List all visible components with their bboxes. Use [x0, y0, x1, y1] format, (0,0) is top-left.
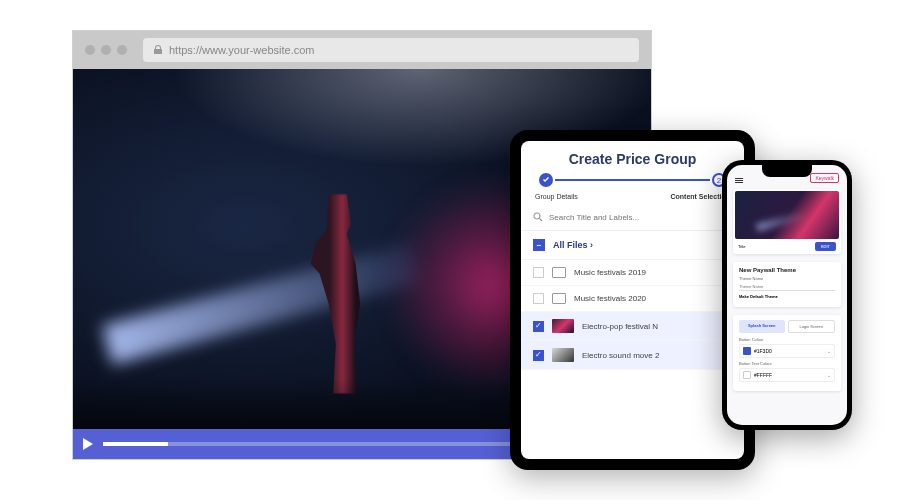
search-row [521, 208, 744, 231]
colour-swatch [743, 371, 751, 379]
lock-icon [153, 45, 163, 55]
collapse-icon[interactable]: − [533, 239, 545, 251]
preview-title: Title [738, 244, 745, 249]
colour-value: #FFFFF [754, 372, 772, 378]
address-bar[interactable]: https://www.your-website.com [143, 38, 639, 62]
edit-button[interactable]: EDIT [815, 242, 836, 251]
all-files-label: All Files › [553, 240, 593, 250]
checkbox[interactable] [533, 350, 544, 361]
tab-login[interactable]: Login Screen [788, 320, 836, 333]
preview-thumbnail[interactable] [735, 191, 839, 239]
play-icon[interactable] [83, 438, 93, 450]
preview-footer: Title EDIT [735, 239, 839, 252]
window-dot[interactable] [101, 45, 111, 55]
chevron-down-icon: ⌄ [827, 372, 831, 378]
list-item[interactable]: Electro sound move 2 [521, 341, 744, 370]
tab-splash[interactable]: Splash Screen [739, 320, 785, 333]
tablet-device: Create Price Group 2 Group Details Conte… [510, 130, 755, 470]
phone-device: Keywalk Title EDIT New Paywall Theme The… [722, 160, 852, 430]
colour-swatch [743, 347, 751, 355]
step-connector [555, 179, 710, 181]
file-label: Electro-pop festival N [582, 322, 658, 331]
theme-name-input[interactable] [739, 283, 835, 291]
checkbox[interactable] [533, 267, 544, 278]
step-1-label: Group Details [535, 193, 578, 200]
file-label: Electro sound move 2 [582, 351, 659, 360]
phone-notch [762, 165, 812, 177]
all-files-row[interactable]: − All Files › [521, 231, 744, 260]
step-1-circle[interactable] [539, 173, 553, 187]
video-thumbnail [552, 319, 574, 333]
window-dot[interactable] [117, 45, 127, 55]
make-default-label[interactable]: Make Default Theme [739, 294, 835, 299]
file-label: Music festivals 2020 [574, 294, 646, 303]
search-icon[interactable] [533, 212, 543, 222]
hamburger-icon[interactable] [735, 178, 743, 183]
stage-light-beam [102, 243, 419, 364]
button-colour-picker[interactable]: #1F3D0 ⌄ [739, 344, 835, 358]
colour-value: #1F3D0 [754, 348, 772, 354]
svg-point-0 [534, 213, 540, 219]
list-item[interactable]: Electro-pop festival N [521, 312, 744, 341]
list-item[interactable]: Music festivals 2020 [521, 286, 744, 312]
folder-icon [552, 267, 566, 278]
button-colour-label: Button Colour [739, 337, 835, 342]
page-title: Create Price Group [521, 141, 744, 173]
section-title: New Paywall Theme [739, 267, 835, 273]
tab-row: Splash Screen Login Screen [739, 320, 835, 333]
browser-chrome: https://www.your-website.com [73, 31, 651, 69]
theme-name-label: Theme Name [739, 276, 835, 281]
preview-card: Title EDIT [733, 189, 841, 254]
screen-tabs-section: Splash Screen Login Screen Button Colour… [733, 315, 841, 391]
brand-badge: Keywalk [810, 173, 839, 183]
check-icon [542, 176, 550, 184]
button-text-colour-picker[interactable]: #FFFFF ⌄ [739, 368, 835, 382]
file-label: Music festivals 2019 [574, 268, 646, 277]
step-labels: Group Details Content Selection [521, 191, 744, 208]
url-text: https://www.your-website.com [169, 44, 315, 56]
phone-screen: Keywalk Title EDIT New Paywall Theme The… [727, 165, 847, 425]
stepper: 2 [521, 173, 744, 191]
chevron-down-icon: ⌄ [827, 348, 831, 354]
search-input[interactable] [549, 213, 732, 222]
svg-line-1 [540, 219, 543, 222]
checkbox[interactable] [533, 293, 544, 304]
button-text-colour-label: Button Text Colour [739, 361, 835, 366]
video-thumbnail [552, 348, 574, 362]
checkbox[interactable] [533, 321, 544, 332]
list-item[interactable]: Music festivals 2019 [521, 260, 744, 286]
window-dot[interactable] [85, 45, 95, 55]
tablet-screen: Create Price Group 2 Group Details Conte… [521, 141, 744, 459]
folder-icon [552, 293, 566, 304]
theme-settings: New Paywall Theme Theme Name Make Defaul… [733, 262, 841, 307]
